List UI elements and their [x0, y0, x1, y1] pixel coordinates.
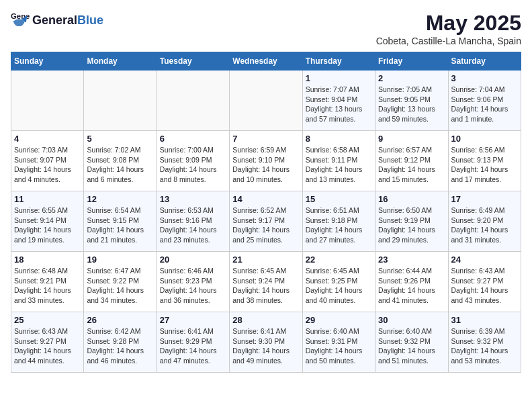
calendar-cell: 28Sunrise: 6:41 AM Sunset: 9:30 PM Dayli…	[230, 312, 302, 373]
day-number: 30	[378, 315, 445, 325]
day-info: Sunrise: 6:58 AM Sunset: 9:11 PM Dayligh…	[306, 145, 372, 185]
day-number: 7	[232, 134, 299, 144]
calendar-body: 1Sunrise: 7:07 AM Sunset: 9:04 PM Daylig…	[11, 71, 521, 373]
week-row-5: 25Sunrise: 6:43 AM Sunset: 9:27 PM Dayli…	[11, 312, 521, 373]
calendar-cell	[157, 71, 229, 131]
day-info: Sunrise: 7:04 AM Sunset: 9:06 PM Dayligh…	[451, 85, 518, 124]
calendar-cell: 19Sunrise: 6:47 AM Sunset: 9:22 PM Dayli…	[84, 252, 157, 312]
day-number: 11	[14, 194, 81, 204]
calendar-cell: 11Sunrise: 6:55 AM Sunset: 9:14 PM Dayli…	[11, 191, 84, 252]
day-info: Sunrise: 6:57 AM Sunset: 9:12 PM Dayligh…	[378, 145, 445, 185]
calendar-cell: 3Sunrise: 7:04 AM Sunset: 9:06 PM Daylig…	[448, 71, 521, 131]
calendar-cell	[230, 71, 302, 131]
calendar-cell: 25Sunrise: 6:43 AM Sunset: 9:27 PM Dayli…	[11, 312, 84, 373]
calendar-cell: 14Sunrise: 6:52 AM Sunset: 9:17 PM Dayli…	[230, 191, 302, 252]
day-number: 9	[378, 134, 445, 144]
day-header-row: SundayMondayTuesdayWednesdayThursdayFrid…	[11, 52, 521, 71]
day-info: Sunrise: 6:46 AM Sunset: 9:23 PM Dayligh…	[160, 266, 226, 306]
week-row-3: 11Sunrise: 6:55 AM Sunset: 9:14 PM Dayli…	[11, 191, 521, 252]
day-number: 25	[14, 315, 81, 325]
calendar-cell: 27Sunrise: 6:41 AM Sunset: 9:29 PM Dayli…	[157, 312, 229, 373]
day-number: 26	[87, 315, 153, 325]
day-number: 29	[306, 315, 372, 325]
day-info: Sunrise: 6:52 AM Sunset: 9:17 PM Dayligh…	[232, 205, 299, 245]
day-number: 4	[14, 134, 81, 144]
day-info: Sunrise: 7:02 AM Sunset: 9:08 PM Dayligh…	[87, 145, 153, 185]
day-info: Sunrise: 6:41 AM Sunset: 9:29 PM Dayligh…	[160, 326, 226, 366]
calendar-cell: 16Sunrise: 6:50 AM Sunset: 9:19 PM Dayli…	[375, 191, 448, 252]
day-info: Sunrise: 6:44 AM Sunset: 9:26 PM Dayligh…	[378, 266, 445, 306]
page-header: General General Blue May 2025 Cobeta, Ca…	[11, 11, 521, 46]
week-row-2: 4Sunrise: 7:03 AM Sunset: 9:07 PM Daylig…	[11, 131, 521, 191]
day-info: Sunrise: 6:39 AM Sunset: 9:32 PM Dayligh…	[451, 326, 518, 366]
day-info: Sunrise: 6:47 AM Sunset: 9:22 PM Dayligh…	[87, 266, 153, 306]
calendar-cell: 9Sunrise: 6:57 AM Sunset: 9:12 PM Daylig…	[375, 131, 448, 191]
calendar-cell: 23Sunrise: 6:44 AM Sunset: 9:26 PM Dayli…	[375, 252, 448, 312]
day-info: Sunrise: 6:59 AM Sunset: 9:10 PM Dayligh…	[232, 145, 299, 185]
day-info: Sunrise: 7:00 AM Sunset: 9:09 PM Dayligh…	[160, 145, 226, 185]
day-info: Sunrise: 7:05 AM Sunset: 9:05 PM Dayligh…	[378, 85, 445, 124]
day-info: Sunrise: 7:07 AM Sunset: 9:04 PM Dayligh…	[306, 85, 372, 124]
day-info: Sunrise: 6:43 AM Sunset: 9:27 PM Dayligh…	[451, 266, 518, 306]
day-info: Sunrise: 6:45 AM Sunset: 9:24 PM Dayligh…	[232, 266, 299, 306]
subtitle: Cobeta, Castille-La Mancha, Spain	[376, 36, 521, 46]
day-info: Sunrise: 6:56 AM Sunset: 9:13 PM Dayligh…	[451, 145, 518, 185]
week-row-4: 18Sunrise: 6:48 AM Sunset: 9:21 PM Dayli…	[11, 252, 521, 312]
day-number: 18	[14, 255, 81, 265]
day-number: 1	[306, 73, 372, 83]
day-number: 8	[306, 134, 372, 144]
day-number: 28	[232, 315, 299, 325]
day-number: 17	[451, 194, 518, 204]
calendar-header: SundayMondayTuesdayWednesdayThursdayFrid…	[11, 52, 521, 71]
calendar-cell: 17Sunrise: 6:49 AM Sunset: 9:20 PM Dayli…	[448, 191, 521, 252]
day-info: Sunrise: 6:54 AM Sunset: 9:15 PM Dayligh…	[87, 205, 153, 245]
day-info: Sunrise: 6:51 AM Sunset: 9:18 PM Dayligh…	[306, 205, 372, 245]
calendar-cell: 21Sunrise: 6:45 AM Sunset: 9:24 PM Dayli…	[230, 252, 302, 312]
day-header-wednesday: Wednesday	[230, 52, 302, 71]
calendar-cell: 1Sunrise: 7:07 AM Sunset: 9:04 PM Daylig…	[302, 71, 375, 131]
calendar-cell: 4Sunrise: 7:03 AM Sunset: 9:07 PM Daylig…	[11, 131, 84, 191]
day-info: Sunrise: 6:40 AM Sunset: 9:31 PM Dayligh…	[306, 326, 372, 366]
calendar-cell: 7Sunrise: 6:59 AM Sunset: 9:10 PM Daylig…	[230, 131, 302, 191]
logo-text-blue: Blue	[77, 13, 103, 28]
day-info: Sunrise: 6:49 AM Sunset: 9:20 PM Dayligh…	[451, 205, 518, 245]
day-info: Sunrise: 6:42 AM Sunset: 9:28 PM Dayligh…	[87, 326, 153, 366]
day-header-sunday: Sunday	[11, 52, 84, 71]
calendar-cell: 6Sunrise: 7:00 AM Sunset: 9:09 PM Daylig…	[157, 131, 229, 191]
main-title: May 2025	[376, 11, 521, 36]
day-number: 20	[160, 255, 226, 265]
calendar-cell: 29Sunrise: 6:40 AM Sunset: 9:31 PM Dayli…	[302, 312, 375, 373]
calendar-cell: 5Sunrise: 7:02 AM Sunset: 9:08 PM Daylig…	[84, 131, 157, 191]
day-number: 5	[87, 134, 153, 144]
day-number: 19	[87, 255, 153, 265]
calendar-cell: 12Sunrise: 6:54 AM Sunset: 9:15 PM Dayli…	[84, 191, 157, 252]
logo-icon: General	[11, 11, 30, 30]
day-number: 21	[232, 255, 299, 265]
day-number: 15	[306, 194, 372, 204]
day-number: 14	[232, 194, 299, 204]
calendar-cell: 10Sunrise: 6:56 AM Sunset: 9:13 PM Dayli…	[448, 131, 521, 191]
calendar-cell: 22Sunrise: 6:45 AM Sunset: 9:25 PM Dayli…	[302, 252, 375, 312]
calendar-cell: 26Sunrise: 6:42 AM Sunset: 9:28 PM Dayli…	[84, 312, 157, 373]
calendar-cell: 15Sunrise: 6:51 AM Sunset: 9:18 PM Dayli…	[302, 191, 375, 252]
day-number: 6	[160, 134, 226, 144]
day-header-friday: Friday	[375, 52, 448, 71]
day-number: 10	[451, 134, 518, 144]
day-number: 13	[160, 194, 226, 204]
calendar-cell: 13Sunrise: 6:53 AM Sunset: 9:16 PM Dayli…	[157, 191, 229, 252]
day-info: Sunrise: 6:50 AM Sunset: 9:19 PM Dayligh…	[378, 205, 445, 245]
week-row-1: 1Sunrise: 7:07 AM Sunset: 9:04 PM Daylig…	[11, 71, 521, 131]
day-info: Sunrise: 6:45 AM Sunset: 9:25 PM Dayligh…	[306, 266, 372, 306]
day-info: Sunrise: 6:43 AM Sunset: 9:27 PM Dayligh…	[14, 326, 81, 366]
day-info: Sunrise: 7:03 AM Sunset: 9:07 PM Dayligh…	[14, 145, 81, 185]
day-info: Sunrise: 6:48 AM Sunset: 9:21 PM Dayligh…	[14, 266, 81, 306]
day-number: 27	[160, 315, 226, 325]
day-info: Sunrise: 6:53 AM Sunset: 9:16 PM Dayligh…	[160, 205, 226, 245]
day-number: 16	[378, 194, 445, 204]
calendar-cell: 18Sunrise: 6:48 AM Sunset: 9:21 PM Dayli…	[11, 252, 84, 312]
day-header-monday: Monday	[84, 52, 157, 71]
day-number: 3	[451, 73, 518, 83]
day-number: 31	[451, 315, 518, 325]
calendar-cell: 2Sunrise: 7:05 AM Sunset: 9:05 PM Daylig…	[375, 71, 448, 131]
day-info: Sunrise: 6:40 AM Sunset: 9:32 PM Dayligh…	[378, 326, 445, 366]
